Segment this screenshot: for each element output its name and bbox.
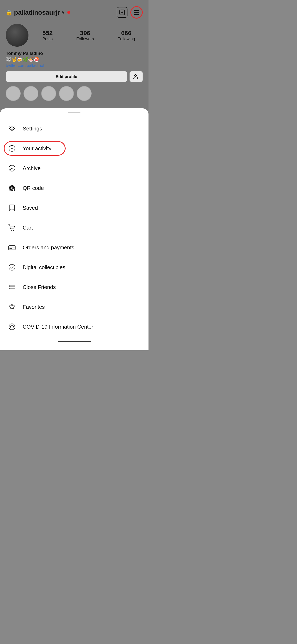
menu-item-settings[interactable]: Settings <box>0 119 148 138</box>
following-stat[interactable]: 666 Following <box>118 30 135 41</box>
menu-item-orders-payments[interactable]: Orders and payments <box>0 238 148 258</box>
story-circle-1[interactable] <box>6 86 21 101</box>
display-name: Tommy Palladino <box>6 51 143 56</box>
menu-item-qr-code[interactable]: QR code <box>0 178 148 198</box>
username-label: palladinosaurjr <box>14 9 60 16</box>
svg-marker-35 <box>9 286 10 287</box>
profile-background: 🔒 palladinosaurjr ∨ <box>0 0 148 110</box>
archive-label: Archive <box>23 165 41 172</box>
svg-point-9 <box>11 148 12 149</box>
svg-point-11 <box>11 168 12 169</box>
edit-profile-button[interactable]: Edit profile <box>6 71 127 82</box>
sheet-handle <box>68 112 80 113</box>
svg-point-25 <box>13 230 14 231</box>
menu-item-close-friends[interactable]: Close Friends <box>0 277 148 297</box>
followers-stat[interactable]: 396 Followers <box>76 30 94 41</box>
posts-stat[interactable]: 552 Posts <box>42 30 53 41</box>
svg-rect-16 <box>13 186 14 187</box>
top-bar: 🔒 palladinosaurjr ∨ <box>0 0 148 22</box>
home-indicator <box>58 341 91 342</box>
svg-rect-17 <box>9 189 11 190</box>
followers-label: Followers <box>76 36 94 41</box>
activity-icon <box>7 144 16 153</box>
posts-count: 552 <box>42 30 53 36</box>
notification-dot <box>67 11 70 14</box>
menu-item-your-activity[interactable]: Your activity <box>0 138 148 158</box>
avatar[interactable] <box>6 24 28 47</box>
profile-info-row: 552 Posts 396 Followers 666 Following <box>0 22 148 51</box>
menu-item-covid[interactable]: COVID-19 Information Center <box>0 317 148 337</box>
bio-section: Tommy Palladino 🐺🤘🍻🌿🍜🍣 twitter.com/palla… <box>0 51 148 71</box>
svg-point-6 <box>11 128 13 130</box>
edit-row: Edit profile <box>0 71 148 86</box>
settings-label: Settings <box>23 126 42 132</box>
menu-line-1 <box>134 10 139 11</box>
svg-point-30 <box>9 264 15 270</box>
saved-icon <box>7 203 16 212</box>
followers-count: 396 <box>80 30 90 36</box>
svg-marker-36 <box>9 288 10 289</box>
menu-item-archive[interactable]: Archive <box>0 158 148 178</box>
covid-label: COVID-19 Information Center <box>23 324 93 330</box>
svg-marker-34 <box>9 285 10 286</box>
avatar-image <box>6 24 28 47</box>
svg-point-24 <box>11 230 12 231</box>
svg-rect-15 <box>9 186 11 187</box>
your-activity-label: Your activity <box>23 145 51 152</box>
menu-item-digital-collectibles[interactable]: Digital collectibles <box>0 258 148 277</box>
following-count: 666 <box>121 30 131 36</box>
stories-row <box>0 86 148 104</box>
svg-marker-37 <box>9 304 15 310</box>
orders-payments-label: Orders and payments <box>23 244 74 251</box>
qr-code-label: QR code <box>23 185 44 191</box>
close-friends-label: Close Friends <box>23 284 56 290</box>
favorites-icon <box>7 302 16 312</box>
top-icons <box>117 6 143 18</box>
add-post-button[interactable] <box>117 7 127 18</box>
archive-icon <box>7 164 16 173</box>
lock-icon: 🔒 <box>6 9 12 16</box>
menu-item-saved[interactable]: Saved <box>0 198 148 218</box>
menu-item-cart[interactable]: Cart <box>0 218 148 238</box>
svg-point-39 <box>10 325 13 328</box>
saved-label: Saved <box>23 205 38 211</box>
svg-point-7 <box>10 127 14 130</box>
orders-payments-icon <box>7 243 16 252</box>
story-circle-5[interactable] <box>77 86 92 101</box>
story-circle-4[interactable] <box>59 86 74 101</box>
cart-icon <box>7 223 16 232</box>
story-circle-2[interactable] <box>23 86 38 101</box>
menu-item-favorites[interactable]: Favorites <box>0 297 148 317</box>
chevron-down-icon[interactable]: ∨ <box>61 10 65 15</box>
favorites-label: Favorites <box>23 304 45 310</box>
stats-row: 552 Posts 396 Followers 666 Following <box>35 30 143 41</box>
menu-list: Settings Your activity <box>0 119 148 337</box>
posts-label: Posts <box>42 36 53 41</box>
svg-point-3 <box>134 74 137 76</box>
qr-code-icon <box>7 184 16 192</box>
add-friend-button[interactable] <box>130 71 143 82</box>
bio-link[interactable]: twitter.com/palladinot <box>6 63 143 68</box>
username-area: 🔒 palladinosaurjr ∨ <box>6 9 70 16</box>
digital-collectibles-label: Digital collectibles <box>23 264 65 270</box>
settings-icon <box>7 124 16 133</box>
bottom-sheet-menu: Settings Your activity <box>0 108 148 350</box>
close-friends-icon <box>7 282 16 292</box>
digital-collectibles-icon <box>7 263 16 272</box>
menu-line-2 <box>134 12 139 13</box>
bio-emojis: 🐺🤘🍻🌿🍜🍣 <box>6 57 143 62</box>
story-circle-3[interactable] <box>41 86 56 101</box>
cart-label: Cart <box>23 224 33 231</box>
hamburger-menu-button[interactable] <box>130 6 143 18</box>
menu-line-3 <box>134 14 139 15</box>
covid-icon <box>7 322 16 331</box>
following-label: Following <box>118 36 135 41</box>
